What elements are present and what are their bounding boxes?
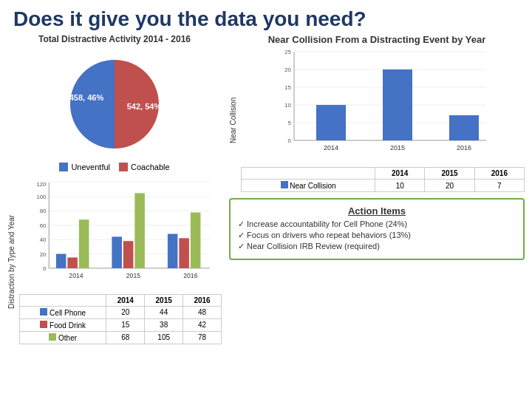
table-row: Other 68 105 78 (20, 331, 222, 344)
svg-rect-26 (179, 238, 189, 268)
action-items-box: Action Items Increase accountability for… (229, 198, 525, 260)
uneventful-label: Uneventful (71, 163, 110, 171)
svg-text:20: 20 (284, 66, 291, 73)
other-2016: 78 (183, 331, 222, 344)
nc-2014: 10 (375, 180, 425, 192)
table-row: Food Drink 15 38 42 (20, 318, 222, 331)
svg-rect-44 (383, 69, 412, 140)
main-title: Does it give you the data you need? (0, 0, 532, 34)
svg-text:2014: 2014 (69, 271, 83, 279)
nc-swatch (281, 181, 288, 188)
legend-coachable: Coachable (119, 163, 170, 171)
cell-phone-2015: 44 (145, 306, 183, 318)
nc-label-text: Near Collision (290, 182, 335, 190)
cell-phone-label: Cell Phone (20, 306, 106, 318)
food-drink-swatch (40, 321, 47, 328)
other-swatch (49, 333, 56, 341)
bar-table-header-2014: 2014 (106, 294, 145, 306)
svg-text:10: 10 (284, 102, 291, 109)
svg-rect-25 (168, 233, 178, 267)
svg-text:100: 100 (36, 194, 46, 200)
svg-rect-17 (56, 253, 66, 267)
table-row: Cell Phone 20 44 48 (20, 306, 222, 318)
svg-text:80: 80 (40, 208, 47, 214)
food-drink-2016: 42 (183, 318, 222, 331)
uneventful-color-swatch (59, 163, 68, 171)
legend-uneventful: Uneventful (59, 163, 110, 171)
food-drink-2015: 38 (145, 318, 183, 331)
svg-rect-42 (316, 105, 346, 140)
nc-y-axis-label: Near Collision (229, 48, 241, 192)
nc-table-header-2015: 2015 (425, 168, 474, 180)
svg-text:0: 0 (288, 137, 292, 144)
svg-text:2014: 2014 (324, 144, 338, 151)
bar-table-header-2016: 2016 (183, 294, 222, 306)
svg-text:60: 60 (40, 222, 47, 228)
bar-y-axis-label: Distraction by Type and Year (7, 179, 19, 344)
svg-text:20: 20 (40, 250, 47, 257)
coachable-color-swatch (119, 163, 128, 171)
nc-table-header-2016: 2016 (474, 168, 524, 180)
svg-rect-19 (79, 219, 89, 268)
cell-phone-2014: 20 (106, 306, 145, 318)
other-2015: 105 (145, 331, 183, 344)
pie-title: Total Distractive Activity 2014 - 2016 (7, 34, 222, 46)
other-text: Other (58, 334, 77, 342)
bar-chart-area: 0 20 40 60 80 100 120 (19, 179, 222, 344)
cell-phone-swatch (40, 308, 47, 316)
bar-chart-svg: 0 20 40 60 80 100 120 (19, 179, 222, 290)
other-label: Other (20, 331, 106, 344)
action-items-list: Increase accountability for Cell Phone (… (238, 219, 516, 251)
food-drink-2014: 15 (106, 318, 145, 331)
svg-text:40: 40 (40, 236, 47, 243)
nc-chart-area: 0 5 10 15 20 25 2014 (241, 48, 525, 192)
svg-rect-27 (191, 212, 201, 267)
svg-text:2015: 2015 (390, 144, 405, 151)
action-item-1: Increase accountability for Cell Phone (… (238, 219, 516, 229)
nc-2016: 7 (474, 180, 524, 192)
action-item-3: Near Collision IRB Review (required) (238, 242, 516, 251)
svg-rect-22 (123, 241, 134, 268)
bar-table-header-label (20, 294, 106, 306)
pie-chart: 458, 46% 542, 54% (41, 49, 188, 160)
coachable-label: Coachable (131, 163, 170, 171)
svg-text:2015: 2015 (126, 271, 140, 279)
nc-2015: 20 (425, 180, 474, 192)
svg-text:15: 15 (284, 84, 291, 91)
cell-phone-text: Cell Phone (50, 309, 86, 317)
svg-text:458, 46%: 458, 46% (69, 93, 104, 102)
svg-text:542, 54%: 542, 54% (127, 102, 162, 111)
svg-rect-21 (112, 236, 122, 268)
svg-text:2016: 2016 (183, 271, 197, 279)
near-collision-section: Near Collision From a Distracting Event … (229, 34, 525, 192)
svg-rect-46 (449, 115, 479, 140)
svg-rect-18 (67, 257, 78, 268)
action-items-title: Action Items (238, 205, 516, 216)
svg-text:120: 120 (36, 180, 46, 187)
action-item-2: Focus on drivers who repeat behaviors (1… (238, 231, 516, 240)
cell-phone-2016: 48 (183, 306, 222, 318)
nc-title: Near Collision From a Distracting Event … (229, 34, 525, 45)
bar-table-header-2015: 2015 (145, 294, 183, 306)
nc-label-cell: Near Collision (242, 180, 375, 192)
nc-table-header-2014: 2014 (375, 168, 425, 180)
pie-legend: Uneventful Coachable (7, 163, 222, 171)
svg-text:25: 25 (284, 49, 291, 55)
bar-data-table: 2014 2015 2016 Cell Phone (19, 294, 222, 344)
nc-table-row: Near Collision 10 20 7 (242, 180, 525, 192)
food-drink-text: Food Drink (50, 321, 86, 330)
nc-data-table: 2014 2015 2016 Near Collision (241, 167, 525, 192)
food-drink-label: Food Drink (20, 318, 106, 331)
nc-table-header-label (242, 168, 375, 180)
nc-chart-svg: 0 5 10 15 20 25 2014 (241, 48, 525, 163)
svg-text:0: 0 (43, 265, 46, 271)
svg-rect-23 (134, 193, 145, 268)
svg-text:2016: 2016 (457, 144, 471, 151)
other-2014: 68 (106, 331, 145, 344)
svg-text:5: 5 (288, 120, 292, 126)
bar-chart-section: Distraction by Type and Year 0 20 40 60 (7, 179, 222, 344)
pie-section: Total Distractive Activity 2014 - 2016 4… (7, 34, 222, 171)
